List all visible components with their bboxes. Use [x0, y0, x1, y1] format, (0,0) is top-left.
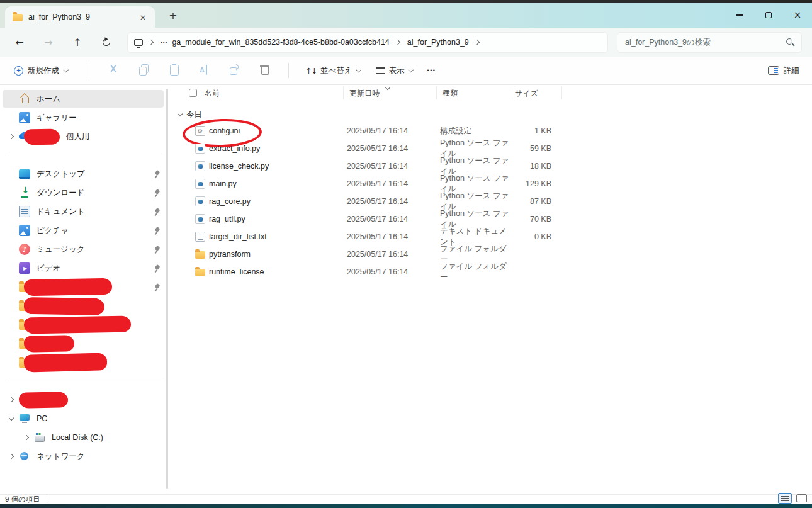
file-name[interactable]: main.py [209, 179, 347, 188]
new-tab-button[interactable] [166, 8, 180, 22]
cut-button[interactable] [104, 61, 123, 80]
expand-chevron-icon[interactable] [8, 452, 16, 461]
expand-chevron-icon[interactable] [23, 433, 31, 442]
expand-chevron-icon[interactable] [8, 339, 16, 348]
expand-chevron-icon[interactable] [8, 302, 16, 310]
chevron-down-icon [356, 68, 361, 73]
breadcrumb-segment[interactable]: ga_module_for_win_835dd523-f3d8-4ce5-b8b… [172, 38, 389, 47]
file-name[interactable]: pytransform [209, 250, 347, 259]
file-row[interactable]: config.ini 2025/05/17 16:14 構成設定 1 KB [170, 122, 812, 140]
share-button[interactable] [225, 61, 244, 80]
column-divider[interactable] [343, 86, 344, 99]
expand-chevron-icon[interactable] [8, 207, 16, 216]
file-name[interactable]: extract_info.py [209, 144, 347, 153]
new-item-button[interactable]: 新規作成 [14, 65, 69, 76]
rename-button[interactable] [195, 61, 213, 80]
more-options-button[interactable] [427, 67, 436, 74]
minimize-button[interactable] [725, 3, 754, 28]
file-name[interactable]: license_check.py [209, 162, 347, 171]
maximize-button[interactable] [754, 3, 783, 28]
details-view-toggle[interactable] [778, 493, 792, 504]
expand-chevron-icon[interactable] [8, 264, 16, 273]
expand-chevron-icon[interactable] [8, 132, 16, 141]
file-row[interactable]: runtime_license 2025/05/17 16:14 ファイル フォ… [170, 263, 812, 281]
column-header-name[interactable]: 名前 [205, 88, 220, 99]
search-input[interactable] [625, 38, 786, 47]
expand-chevron-icon[interactable] [8, 169, 16, 178]
file-name[interactable]: target_dir_list.txt [209, 232, 347, 241]
file-row[interactable]: pytransform 2025/05/17 16:14 ファイル フォルダー [170, 246, 812, 263]
column-header-size[interactable]: サイズ [515, 88, 538, 99]
sidebar-item[interactable] [3, 354, 164, 371]
expand-chevron-icon[interactable] [8, 188, 16, 197]
view-button[interactable]: 表示 [376, 65, 414, 76]
select-all-checkbox[interactable] [189, 89, 197, 97]
file-name[interactable]: rag_util.py [209, 215, 347, 223]
document-icon [19, 206, 30, 217]
sidebar-item[interactable]: PC [3, 410, 164, 427]
forward-button[interactable] [40, 34, 57, 50]
expand-chevron-icon[interactable] [8, 113, 16, 122]
copy-button[interactable] [134, 61, 153, 80]
file-name[interactable]: config.ini [209, 127, 347, 135]
large-icons-view-toggle[interactable] [796, 494, 807, 502]
explorer-tab[interactable]: ai_for_Python3_9 [5, 6, 155, 28]
sidebar-item[interactable] [3, 391, 164, 409]
file-row[interactable]: extract_info.py 2025/05/17 16:14 Python … [170, 140, 812, 157]
close-button[interactable] [783, 3, 812, 28]
refresh-button[interactable] [98, 34, 115, 50]
sort-button[interactable]: 並べ替え [305, 65, 361, 76]
file-row[interactable]: target_dir_list.txt 2025/05/17 16:14 テキス… [170, 228, 812, 246]
sidebar-item[interactable]: 個人用 [3, 128, 164, 145]
file-date-modified: 2025/05/17 16:14 [347, 144, 440, 153]
file-row[interactable]: rag_core.py 2025/05/17 16:14 Python ソース … [170, 193, 812, 210]
expand-chevron-icon[interactable] [8, 226, 16, 235]
search-box[interactable] [617, 32, 802, 53]
sidebar-item[interactable]: ネットワーク [3, 448, 164, 465]
expand-chevron-icon[interactable] [8, 320, 16, 329]
details-pane-button[interactable]: 詳細 [768, 65, 799, 76]
expand-chevron-icon[interactable] [8, 414, 16, 423]
file-row[interactable]: main.py 2025/05/17 16:14 Python ソース ファイル… [170, 175, 812, 193]
sidebar-item[interactable] [3, 316, 164, 334]
sidebar-item[interactable]: ビデオ [3, 259, 164, 277]
expand-chevron-icon[interactable] [8, 283, 16, 291]
sidebar-item[interactable]: ピクチャ [3, 222, 164, 239]
music-icon [19, 244, 30, 255]
breadcrumb-segment[interactable]: ai_for_Python3_9 [407, 38, 469, 47]
back-button[interactable] [11, 34, 28, 50]
column-header-date[interactable]: 更新日時 [349, 88, 380, 99]
sidebar-item[interactable]: ダウンロード [3, 184, 164, 201]
sidebar-item[interactable] [3, 297, 164, 315]
delete-button[interactable] [255, 61, 274, 80]
sidebar-item[interactable]: ギャラリー [3, 109, 164, 127]
expand-chevron-icon[interactable] [8, 358, 16, 367]
sidebar-item[interactable] [3, 335, 164, 353]
group-header-today[interactable]: 今日 [170, 107, 812, 122]
sidebar-item[interactable]: ホーム [3, 90, 164, 108]
tab-close-icon[interactable] [137, 11, 149, 23]
sidebar-scrollbar[interactable] [166, 89, 168, 489]
sidebar-item[interactable] [3, 278, 164, 296]
column-divider[interactable] [436, 86, 437, 99]
expand-chevron-icon[interactable] [8, 395, 16, 404]
sidebar-item[interactable]: ドキュメント [3, 203, 164, 220]
expand-chevron-icon[interactable] [8, 94, 16, 103]
redaction-mark [24, 335, 74, 352]
file-row[interactable]: license_check.py 2025/05/17 16:14 Python… [170, 157, 812, 175]
sidebar-item[interactable]: ミュージック [3, 240, 164, 258]
column-divider[interactable] [510, 86, 510, 99]
paste-button[interactable] [164, 61, 183, 80]
address-bar[interactable]: ga_module_for_win_835dd523-f3d8-4ce5-b8b… [127, 32, 608, 53]
file-name[interactable]: runtime_license [209, 268, 347, 276]
up-button[interactable] [69, 34, 86, 50]
column-header-type[interactable]: 種類 [443, 88, 458, 99]
sidebar-item[interactable]: デスクトップ [3, 165, 164, 183]
column-divider[interactable] [561, 86, 562, 99]
file-row[interactable]: rag_util.py 2025/05/17 16:14 Python ソース … [170, 210, 812, 228]
sidebar-item[interactable]: Local Disk (C:) [3, 429, 164, 446]
file-name[interactable]: rag_core.py [209, 197, 347, 206]
background-taskbar-edge [0, 504, 812, 508]
breadcrumb-overflow-icon[interactable] [161, 40, 167, 45]
expand-chevron-icon[interactable] [8, 245, 16, 254]
